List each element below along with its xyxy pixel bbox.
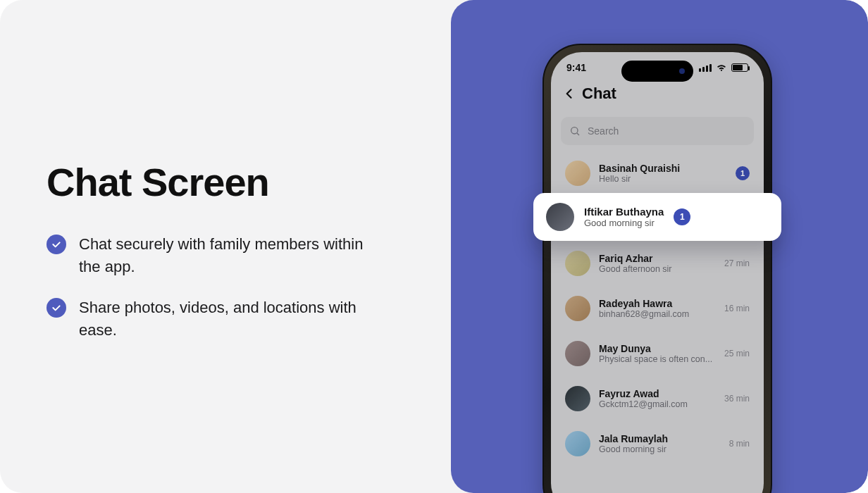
chat-row[interactable]: Fariq Azhar Good afternoon sir 27 min xyxy=(558,244,757,283)
unread-badge: 1 xyxy=(674,208,690,225)
chat-time: 25 min xyxy=(724,349,750,358)
showcase-panel: 9:41 Chat xyxy=(451,0,868,493)
avatar xyxy=(546,203,574,231)
feature-bullet: Chat securely with family members within… xyxy=(46,233,413,278)
chat-row[interactable]: Radeyah Hawra binhan628@gmail.com 16 min xyxy=(558,289,757,328)
avatar xyxy=(565,386,590,411)
chat-name: May Dunya xyxy=(599,343,716,354)
avatar xyxy=(565,341,590,366)
chat-time: 27 min xyxy=(724,258,750,268)
avatar xyxy=(565,251,590,276)
chat-time: 8 min xyxy=(729,439,750,449)
chat-time: 16 min xyxy=(724,304,750,313)
screen-title: Chat xyxy=(582,85,616,103)
avatar xyxy=(565,431,590,456)
checkmark-icon xyxy=(46,298,66,318)
chat-preview: Good morning sir xyxy=(599,444,721,454)
chat-row[interactable]: May Dunya Physical space is often con...… xyxy=(558,334,757,373)
wifi-icon xyxy=(716,63,727,72)
svg-line-1 xyxy=(577,133,579,135)
chat-time: 36 min xyxy=(724,394,750,404)
chat-name: Fariq Azhar xyxy=(599,253,716,264)
feature-text: Share photos, videos, and locations with… xyxy=(79,297,382,342)
battery-icon xyxy=(731,63,748,72)
search-input[interactable]: Search xyxy=(561,117,754,145)
svg-point-0 xyxy=(571,127,578,134)
search-placeholder: Search xyxy=(588,125,619,137)
chat-name: Iftikar Buthayna xyxy=(584,206,664,218)
chat-preview: Physical space is often con... xyxy=(599,354,716,364)
chat-preview: Good afternoon sir xyxy=(599,264,716,274)
avatar xyxy=(565,161,590,186)
phone-mockup: 9:41 Chat xyxy=(542,44,772,493)
signal-icon xyxy=(699,64,712,72)
chat-preview: Hello sir xyxy=(599,174,727,184)
chat-preview: Gckctm12@gmail.com xyxy=(599,399,716,409)
chat-row[interactable]: Jala Rumaylah Good morning sir 8 min xyxy=(558,424,757,463)
chat-row-highlighted[interactable]: Iftikar Buthayna Good morning sir 1 xyxy=(533,193,781,241)
chat-name: Jala Rumaylah xyxy=(599,433,721,444)
feature-text: Chat securely with family members within… xyxy=(79,233,382,278)
avatar xyxy=(565,296,590,321)
checkmark-icon xyxy=(46,235,66,254)
search-icon xyxy=(569,125,581,137)
page-title: Chat Screen xyxy=(46,159,413,205)
chat-name: Fayruz Awad xyxy=(599,388,716,399)
back-chevron-icon[interactable] xyxy=(562,87,576,101)
chat-preview: binhan628@gmail.com xyxy=(599,309,716,319)
feature-bullet: Share photos, videos, and locations with… xyxy=(46,297,413,342)
chat-row[interactable]: Basinah Quraishi Hello sir 1 xyxy=(558,154,757,193)
chat-name: Radeyah Hawra xyxy=(599,298,716,309)
unread-badge: 1 xyxy=(736,166,750,180)
chat-row[interactable]: Fayruz Awad Gckctm12@gmail.com 36 min xyxy=(558,379,757,418)
status-time: 9:41 xyxy=(566,62,586,73)
chat-name: Basinah Quraishi xyxy=(599,163,727,174)
chat-preview: Good morning sir xyxy=(584,218,664,228)
